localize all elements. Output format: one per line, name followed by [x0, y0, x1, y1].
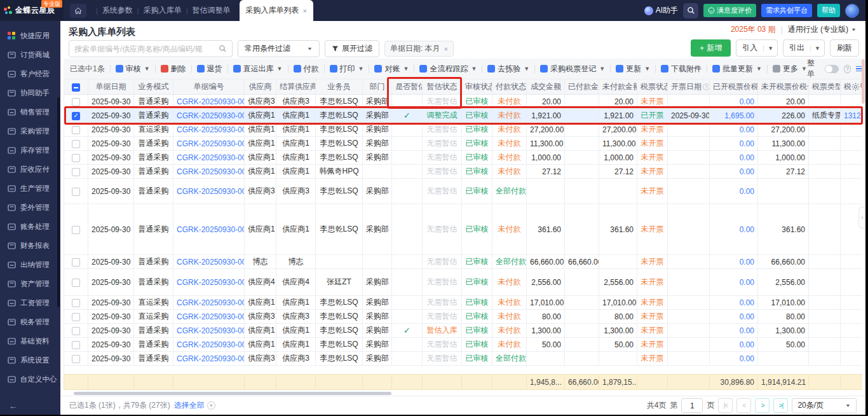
- table-row[interactable]: 2025-09-30普通采购CGRK-20250930-00127供应商1供应商…: [64, 204, 863, 255]
- column-header[interactable]: 审核状态: [462, 80, 492, 95]
- amount-link[interactable]: 0.00: [740, 153, 754, 162]
- sidebar-item-inventory[interactable]: 库存管理: [0, 141, 60, 160]
- column-header[interactable]: 未开税票价税合计: [758, 80, 809, 95]
- sidebar-item-settings[interactable]: 系统设置: [0, 350, 60, 370]
- invoice-register-button[interactable]: 采购税票登记▼: [540, 64, 605, 74]
- page-number-input[interactable]: [681, 398, 703, 413]
- document-number-link[interactable]: CGRK-20250930-00127: [177, 225, 245, 234]
- help-circle-icon[interactable]: ?: [703, 83, 710, 90]
- amount-link[interactable]: 0.00: [740, 326, 754, 335]
- amount-link[interactable]: 0.00: [740, 298, 754, 307]
- sidebar-collapse-arrow[interactable]: ←: [9, 401, 18, 411]
- column-header[interactable]: 是否暂估: [392, 80, 423, 95]
- more-button[interactable]: 更多▼: [773, 64, 807, 74]
- select-all-checkbox[interactable]: [72, 83, 80, 92]
- document-number-link[interactable]: CGRK-20250930-00117: [177, 340, 245, 349]
- import-button[interactable]: 引入 ▼: [736, 39, 778, 57]
- common-filter-select[interactable]: 常用条件过滤 ▼: [238, 40, 320, 57]
- download-button[interactable]: 下载附件: [661, 64, 702, 74]
- amount-link[interactable]: 0.00: [740, 187, 754, 196]
- sidebar-item-payable[interactable]: 应收应付: [0, 160, 60, 179]
- document-number-link[interactable]: CGRK-20250930-00116: [177, 354, 245, 363]
- update-button[interactable]: 更新▼: [616, 64, 650, 74]
- amount-link[interactable]: 0.00: [740, 340, 754, 349]
- sidebar-item-basedata[interactable]: 基础资料: [0, 331, 60, 350]
- add-button[interactable]: + 新增: [691, 39, 731, 57]
- audit-button[interactable]: 审核▼: [116, 64, 150, 74]
- column-header[interactable]: 部门: [363, 80, 392, 95]
- document-number-link[interactable]: CGRK-20250930-00124: [177, 258, 245, 267]
- row-checkbox[interactable]: [72, 226, 80, 234]
- help-circle-icon[interactable]: ?: [844, 65, 851, 73]
- row-checkbox[interactable]: [72, 327, 80, 335]
- last-page-button[interactable]: >|: [773, 398, 788, 413]
- table-row[interactable]: 2025-09-30直运采购CGRK-20250930-00120供应商3供应商…: [64, 310, 863, 324]
- next-page-button[interactable]: >: [755, 398, 770, 413]
- row-checkbox[interactable]: [72, 258, 80, 267]
- row-checkbox[interactable]: [72, 140, 80, 148]
- vertical-scrollbar[interactable]: [862, 59, 865, 104]
- table-row[interactable]: 2025-09-30普通采购CGRK-20250930-00130供应商1供应商…: [64, 151, 863, 165]
- sidebar-item-cashier[interactable]: 出纳管理: [0, 255, 60, 274]
- column-header[interactable]: 已开税票价税合计: [710, 80, 758, 95]
- table-row[interactable]: 2025-09-30直运采购CGRK-20250930-00132供应商1供应商…: [64, 123, 863, 137]
- amount-link[interactable]: 0.00: [740, 258, 754, 267]
- table-row[interactable]: 2025-09-30普通采购CGRK-20250930-00134供应商1供应商…: [64, 109, 863, 123]
- sidebar-item-sales[interactable]: 销售管理: [0, 102, 60, 121]
- row-checkbox[interactable]: [72, 355, 80, 363]
- batch-update-button[interactable]: 批量更新▼: [712, 64, 762, 74]
- export-button[interactable]: 引出 ▼: [783, 39, 825, 57]
- column-header[interactable]: 开票日期?: [668, 80, 710, 95]
- table-row[interactable]: 2025-09-30普通采购CGRK-20250930-00129供应商1供应商…: [64, 165, 863, 179]
- search-input[interactable]: [74, 45, 215, 53]
- search-icon[interactable]: [219, 45, 227, 53]
- sidebar-item-accounting[interactable]: 账务处理: [0, 217, 60, 236]
- column-header[interactable]: 税票类型: [809, 80, 841, 95]
- row-checkbox[interactable]: [72, 299, 80, 307]
- row-checkbox[interactable]: [72, 313, 80, 321]
- select-all-info-icon[interactable]: ▾: [207, 401, 215, 410]
- sidebar-item-production[interactable]: 生产管理: [0, 179, 60, 198]
- column-header[interactable]: 未付款金额: [599, 80, 637, 95]
- remove-tag-icon[interactable]: ×: [444, 45, 448, 53]
- row-checkbox[interactable]: [72, 341, 80, 349]
- help-badge[interactable]: 帮助: [817, 4, 840, 17]
- nav-item-purchase-inbound[interactable]: 采购入库单: [144, 5, 182, 16]
- document-number-link[interactable]: CGRK-20250930-00128: [177, 187, 245, 196]
- close-tab-icon[interactable]: ×: [303, 7, 307, 15]
- document-number-link[interactable]: CGRK-20250930-00132: [177, 125, 245, 134]
- page-size-select[interactable]: 20条/页 ▼: [792, 398, 857, 413]
- document-number-link[interactable]: CGRK-20250930-00129: [177, 167, 245, 176]
- panel-collapse-handle[interactable]: ‹: [858, 207, 865, 228]
- sidebar-item-mall[interactable]: 订货商城: [0, 45, 60, 64]
- sidebar-scrollbar[interactable]: [57, 97, 60, 307]
- trace-button[interactable]: 全流程跟踪▼: [419, 64, 477, 74]
- nav-item-system-params[interactable]: 系统参数: [102, 5, 133, 16]
- table-row[interactable]: 2025-09-30普通采购CGRK-20250930-00128供应商3供应商…: [64, 179, 863, 204]
- amount-link[interactable]: 0.00: [740, 97, 754, 106]
- refresh-button[interactable]: 刷新: [830, 39, 859, 57]
- tab-purchase-inbound-list[interactable]: 采购入库单列表 ×: [240, 0, 313, 21]
- column-header[interactable]: 付款状态?: [492, 80, 527, 95]
- return-button[interactable]: 退货: [197, 64, 222, 74]
- chevron-down-icon[interactable]: ▼: [810, 45, 824, 52]
- whole-doc-toggle[interactable]: [825, 65, 839, 73]
- filter-tag-date[interactable]: 单据日期: 本月 ×: [384, 41, 454, 57]
- table-row[interactable]: 2025-09-30普通采购CGRK-20250930-00135供应商3供应商…: [64, 95, 863, 109]
- sidebar-item-customer[interactable]: 客户经营: [0, 64, 60, 83]
- amount-link[interactable]: 0.00: [740, 312, 754, 321]
- expand-filter-button[interactable]: 展开过滤: [325, 40, 379, 57]
- row-checkbox[interactable]: [72, 168, 80, 176]
- first-page-button[interactable]: |<: [718, 398, 733, 413]
- table-row[interactable]: 2025-09-30普通采购CGRK-20250930-00117供应商1供应商…: [64, 338, 863, 352]
- reconcile-button[interactable]: 对账▼: [374, 64, 409, 74]
- table-row[interactable]: 2025-09-30普通采购CGRK-20250930-00124博志博志无需暂…: [64, 255, 863, 269]
- user-avatar[interactable]: [845, 4, 859, 18]
- sidebar-item-assistant[interactable]: 协同助手: [0, 83, 60, 102]
- direct-outbound-button[interactable]: 直运出库▼: [233, 64, 283, 74]
- document-number-link[interactable]: CGRK-20250930-00135: [177, 97, 245, 106]
- amount-link[interactable]: 0.00: [740, 278, 754, 287]
- document-number-link[interactable]: CGRK-20250930-00131: [177, 139, 245, 148]
- inspect-button[interactable]: 去拣验▼: [487, 64, 529, 74]
- table-row[interactable]: 2025-09-30普通采购CGRK-20250930-00131供应商1供应商…: [64, 137, 863, 151]
